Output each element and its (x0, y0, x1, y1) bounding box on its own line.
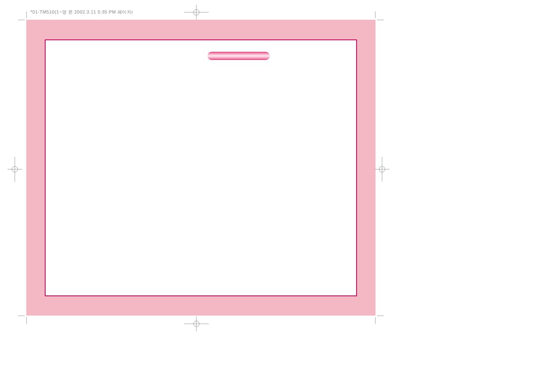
crop-mark-right-icon (375, 157, 389, 182)
corner-mark-icon (18, 316, 25, 316)
decorative-pill (207, 52, 270, 60)
corner-mark-icon (375, 12, 375, 18)
corner-mark-icon (26, 12, 27, 18)
inner-frame (45, 39, 357, 296)
crop-mark-top-icon (184, 5, 209, 20)
svg-point-11 (193, 321, 199, 327)
svg-point-18 (12, 166, 18, 172)
crop-mark-left-icon (7, 157, 22, 182)
outer-frame (26, 20, 375, 316)
crop-mark-bottom-icon (184, 316, 209, 331)
corner-mark-icon (18, 20, 25, 20)
corner-mark-icon (377, 20, 384, 20)
corner-mark-icon (375, 317, 375, 324)
svg-point-4 (193, 9, 199, 15)
svg-point-25 (379, 166, 385, 172)
corner-mark-icon (377, 316, 384, 316)
document-header-text: *01-TM510(1~영 문 2002.3.11 5:35 PM 페이지i (30, 9, 133, 15)
corner-mark-icon (26, 317, 27, 324)
